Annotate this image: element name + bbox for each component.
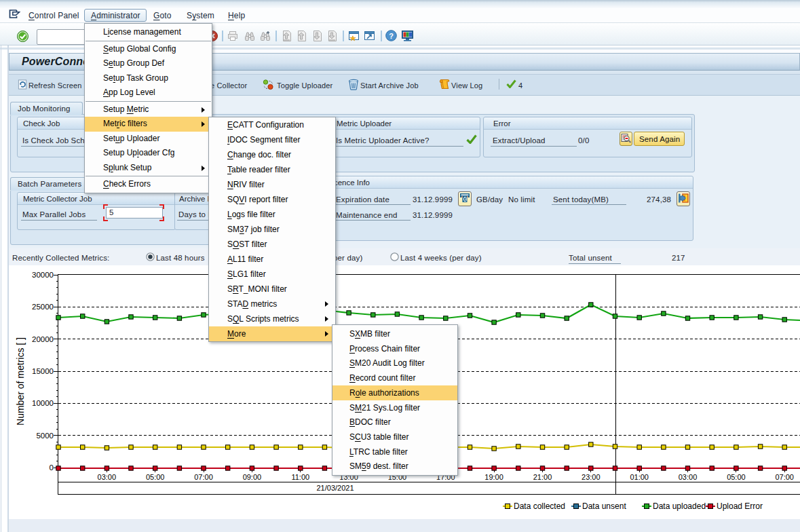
svg-text:10000: 10000 xyxy=(32,399,54,407)
svg-text:25000: 25000 xyxy=(32,303,54,311)
svg-text:07:00: 07:00 xyxy=(194,473,213,481)
svg-text:09:00: 09:00 xyxy=(243,473,262,481)
svg-text:03:00: 03:00 xyxy=(679,473,698,481)
svg-text:05:00: 05:00 xyxy=(727,473,746,481)
svg-text:05:00: 05:00 xyxy=(146,473,165,481)
svg-text:5000: 5000 xyxy=(36,432,54,440)
svg-text:Data collected: Data collected xyxy=(514,501,565,511)
svg-text:Upload Error: Upload Error xyxy=(717,501,763,511)
svg-text:21/03/2021: 21/03/2021 xyxy=(316,484,354,492)
svg-text:15000: 15000 xyxy=(32,367,54,375)
svg-text:23:00: 23:00 xyxy=(582,473,601,481)
svg-text:Number of metrics [ ]: Number of metrics [ ] xyxy=(15,337,26,425)
svg-text:30000: 30000 xyxy=(32,271,54,279)
svg-text:Data uploaded: Data uploaded xyxy=(653,501,706,511)
svg-text:03:00: 03:00 xyxy=(98,473,117,481)
svg-text:?: ? xyxy=(389,32,394,40)
svg-text:19:00: 19:00 xyxy=(484,473,503,481)
svg-text:20000: 20000 xyxy=(32,335,54,343)
svg-text:21:00: 21:00 xyxy=(533,473,552,481)
svg-text:11:00: 11:00 xyxy=(291,473,309,481)
svg-text:07:00: 07:00 xyxy=(775,473,794,481)
svg-text:Data unsent: Data unsent xyxy=(582,501,626,511)
svg-text:0: 0 xyxy=(50,463,54,472)
svg-text:01:00: 01:00 xyxy=(630,473,649,481)
